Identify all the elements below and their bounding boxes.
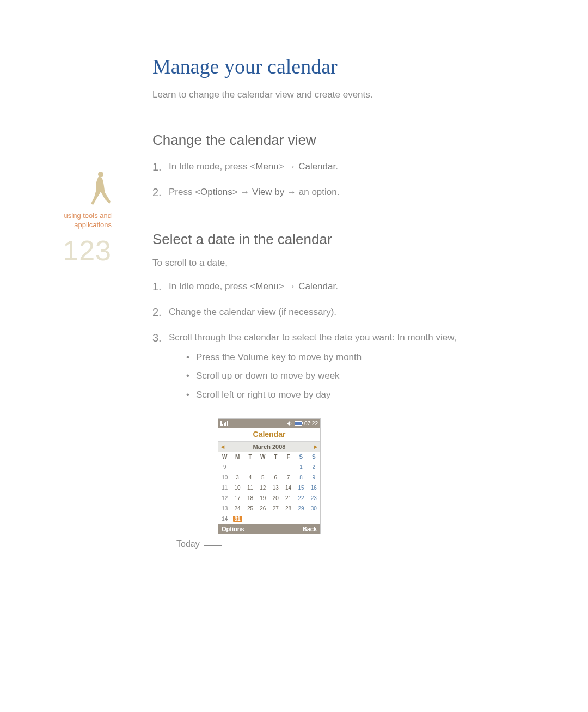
- date-cell[interactable]: 25: [244, 503, 256, 514]
- date-cell[interactable]: 7: [282, 472, 295, 483]
- date-cell[interactable]: 30: [308, 503, 320, 514]
- date-cell[interactable]: 13: [270, 483, 282, 493]
- date-cell[interactable]: 5: [256, 472, 269, 483]
- day-header: T: [270, 452, 282, 462]
- page-title: Manage your calendar: [152, 54, 501, 78]
- step-number: 2.: [152, 304, 164, 321]
- week-number-cell: 12: [218, 493, 231, 503]
- steps-change-view: 1. In Idle mode, press <Menu> → Calendar…: [152, 159, 501, 201]
- calendar-grid: WMTWTFSS 9121034567891110111213141516121…: [218, 452, 320, 524]
- date-cell[interactable]: 6: [270, 472, 282, 483]
- svg-rect-1: [220, 421, 222, 426]
- step-number: 1.: [152, 159, 164, 175]
- day-header: M: [231, 452, 243, 462]
- month-label: March 2008: [227, 443, 311, 450]
- date-cell: [308, 514, 320, 524]
- month-header: ◄ March 2008 ►: [218, 442, 320, 452]
- date-cell[interactable]: 26: [256, 503, 269, 514]
- month-next-button[interactable]: ►: [311, 443, 320, 450]
- date-cell: [256, 462, 269, 472]
- step-item: 2. Press <Options> → View by → an option…: [152, 184, 501, 201]
- step-item: 1. In Idle mode, press <Menu> → Calendar…: [152, 159, 501, 175]
- date-cell[interactable]: 4: [244, 472, 256, 483]
- date-cell[interactable]: 22: [295, 493, 307, 503]
- svg-rect-5: [227, 421, 228, 426]
- date-cell[interactable]: 17: [231, 493, 243, 503]
- svg-point-0: [98, 172, 103, 177]
- day-header: W: [218, 452, 231, 462]
- week-number-cell: 10: [218, 472, 231, 483]
- sound-icon: [287, 421, 292, 426]
- date-cell: [244, 462, 256, 472]
- date-cell[interactable]: 9: [308, 472, 320, 483]
- step-item: 1. In Idle mode, press <Menu> → Calendar…: [152, 278, 501, 295]
- date-cell[interactable]: 1: [295, 462, 307, 472]
- date-cell[interactable]: 8: [295, 472, 307, 483]
- today-callout-label: Today: [176, 539, 200, 549]
- subintro-text: To scroll to a date,: [152, 258, 501, 269]
- calendar-body: 9121034567891110111213141516121718192021…: [218, 462, 320, 524]
- steps-select-date: 1. In Idle mode, press <Menu> → Calendar…: [152, 278, 501, 406]
- day-header: W: [256, 452, 269, 462]
- sidebar: using tools and applications 123: [41, 169, 112, 267]
- calendar-row: 103456789: [218, 472, 320, 483]
- step-text: In Idle mode, press <Menu> → Calendar.: [169, 159, 501, 174]
- date-cell[interactable]: 12: [256, 483, 269, 493]
- date-cell[interactable]: 28: [282, 503, 295, 514]
- week-number-cell: 14: [218, 514, 231, 524]
- date-cell[interactable]: 10: [231, 483, 243, 493]
- calendar-row: 912: [218, 462, 320, 472]
- date-cell[interactable]: 21: [282, 493, 295, 503]
- calendar-row: 1217181920212223: [218, 493, 320, 503]
- date-cell[interactable]: 24: [231, 503, 243, 514]
- date-cell[interactable]: 15: [295, 483, 307, 493]
- step-number: 1.: [152, 278, 164, 295]
- softkey-back[interactable]: Back: [303, 526, 317, 532]
- step-text: Press <Options> → View by → an option.: [169, 184, 501, 199]
- softkey-options[interactable]: Options: [222, 526, 244, 532]
- date-cell[interactable]: 27: [270, 503, 282, 514]
- date-cell[interactable]: 11: [244, 483, 256, 493]
- date-cell: [270, 462, 282, 472]
- phone-screen: 07:22 Calendar ◄ March 2008 ► WMTWTFSS 9…: [218, 418, 321, 534]
- date-cell[interactable]: 29: [295, 503, 307, 514]
- calendar-row: 1110111213141516: [218, 483, 320, 493]
- battery-icon: [295, 421, 302, 426]
- step-text: Scroll through the calendar to select th…: [169, 330, 501, 406]
- sidebar-label-line2: applications: [74, 221, 112, 229]
- date-cell[interactable]: 3: [231, 472, 243, 483]
- date-cell[interactable]: 20: [270, 493, 282, 503]
- signal-icon: [220, 421, 228, 426]
- date-cell: [282, 462, 295, 472]
- step-item: 2. Change the calendar view (if necessar…: [152, 304, 501, 321]
- svg-rect-3: [224, 423, 225, 426]
- date-cell[interactable]: 19: [256, 493, 269, 503]
- date-cell: [282, 514, 295, 524]
- step-text: In Idle mode, press <Menu> → Calendar.: [169, 278, 501, 294]
- bullet-item: Press the Volume key to move by month: [184, 350, 501, 364]
- calendar-row: 1324252627282930: [218, 503, 320, 514]
- month-prev-button[interactable]: ◄: [218, 443, 227, 450]
- main-content: Manage your calendar Learn to change the…: [152, 54, 501, 534]
- calendar-row: 1431: [218, 514, 320, 524]
- status-time: 07:22: [304, 421, 318, 427]
- date-cell[interactable]: 23: [308, 493, 320, 503]
- date-cell[interactable]: 18: [244, 493, 256, 503]
- bullet-item: Scroll left or right to move by day: [184, 388, 501, 402]
- bullet-list: Press the Volume key to move by month Sc…: [184, 350, 501, 402]
- date-cell[interactable]: 16: [308, 483, 320, 493]
- date-cell[interactable]: 31: [231, 514, 243, 524]
- week-number-cell: 9: [218, 462, 231, 472]
- step-text: Change the calendar view (if necessary).: [169, 304, 501, 319]
- phone-screenshot: Today 07:22 Calendar ◄ March 2008 ►: [218, 418, 501, 534]
- day-header: S: [295, 452, 307, 462]
- step-item: 3. Scroll through the calendar to select…: [152, 330, 501, 406]
- date-cell[interactable]: 2: [308, 462, 320, 472]
- sidebar-label-line1: using tools and: [64, 211, 112, 220]
- date-cell[interactable]: 14: [282, 483, 295, 493]
- calendar-head: WMTWTFSS: [218, 452, 320, 462]
- day-header: F: [282, 452, 295, 462]
- section-heading-change-view: Change the calendar view: [152, 132, 501, 149]
- softkey-bar: Options Back: [218, 524, 320, 534]
- week-number-cell: 13: [218, 503, 231, 514]
